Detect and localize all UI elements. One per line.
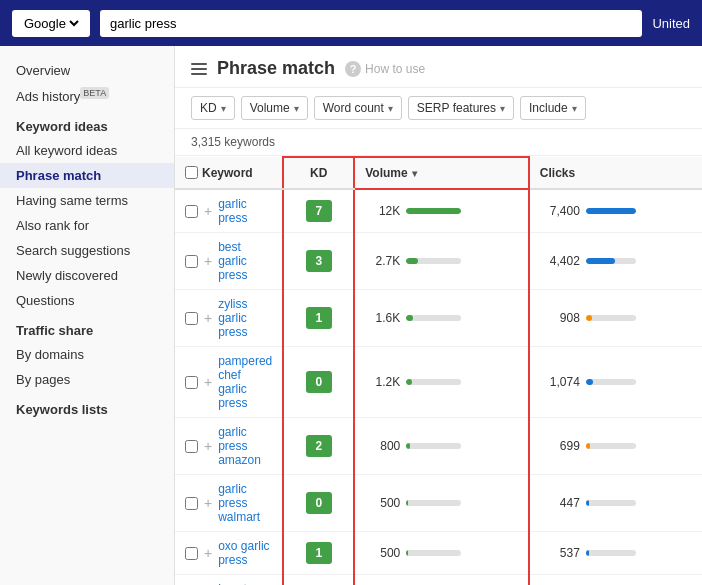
sidebar-item-having-same-terms[interactable]: Having same terms	[0, 188, 174, 213]
volume-bar-track-4	[406, 443, 461, 449]
ads-history-beta-badge: BETA	[80, 87, 109, 99]
sidebar-item-ads-history[interactable]: Ads historyBETA	[0, 83, 174, 109]
kd-cell-6: 1	[283, 532, 354, 575]
row-checkbox-0[interactable]	[185, 205, 198, 218]
row-checkbox-3[interactable]	[185, 376, 198, 389]
volume-bar-fill-4	[406, 443, 410, 449]
clicks-cell-7: 420	[529, 575, 702, 586]
table-row: + how to use a garlic press 9 450 420	[175, 575, 702, 586]
top-bar: Google United	[0, 0, 702, 46]
clicks-bar-track-1	[586, 258, 636, 264]
volume-num-1: 2.7K	[365, 254, 400, 268]
sidebar-item-all-keyword-ideas[interactable]: All keyword ideas	[0, 138, 174, 163]
add-keyword-btn-4[interactable]: +	[204, 439, 212, 453]
add-keyword-btn-3[interactable]: +	[204, 375, 212, 389]
clicks-num-1: 4,402	[540, 254, 580, 268]
volume-bar-track-1	[406, 258, 461, 264]
clicks-bar-fill-2	[586, 315, 592, 321]
keyword-link-3[interactable]: pampered chef garlic press	[218, 354, 272, 410]
hamburger-icon[interactable]	[191, 63, 207, 75]
row-checkbox-5[interactable]	[185, 497, 198, 510]
add-keyword-btn-5[interactable]: +	[204, 496, 212, 510]
table-row: + pampered chef garlic press 0 1.2K 1,07…	[175, 347, 702, 418]
th-volume[interactable]: Volume ▾	[354, 157, 529, 189]
keyword-link-4[interactable]: garlic press amazon	[218, 425, 272, 467]
volume-bar-track-6	[406, 550, 461, 556]
volume-bar-fill-0	[406, 208, 461, 214]
include-filter-button[interactable]: Include ▾	[520, 96, 586, 120]
select-all-checkbox[interactable]	[185, 166, 198, 179]
hamburger-line-1	[191, 63, 207, 65]
clicks-bar-track-4	[586, 443, 636, 449]
keyword-link-1[interactable]: best garlic press	[218, 240, 272, 282]
clicks-num-4: 699	[540, 439, 580, 453]
sidebar: Overview Ads historyBETA Keyword ideas A…	[0, 46, 175, 585]
clicks-bar-fill-1	[586, 258, 616, 264]
kd-cell-4: 2	[283, 418, 354, 475]
sidebar-item-newly-discovered[interactable]: Newly discovered	[0, 263, 174, 288]
sidebar-item-also-rank-for[interactable]: Also rank for	[0, 213, 174, 238]
volume-sort-arrow: ▾	[412, 168, 417, 179]
sidebar-item-overview[interactable]: Overview	[0, 58, 174, 83]
serp-features-filter-button[interactable]: SERP features ▾	[408, 96, 514, 120]
sidebar-item-search-suggestions[interactable]: Search suggestions	[0, 238, 174, 263]
table-row: + garlic press walmart 0 500 447	[175, 475, 702, 532]
keyword-ideas-section-title: Keyword ideas	[0, 109, 174, 138]
volume-bar-track-5	[406, 500, 461, 506]
how-to-use-link[interactable]: ? How to use	[345, 61, 425, 77]
keyword-link-0[interactable]: garlic press	[218, 197, 272, 225]
word-count-filter-label: Word count	[323, 101, 384, 115]
keyword-link-5[interactable]: garlic press walmart	[218, 482, 272, 524]
keyword-link-6[interactable]: oxo garlic press	[218, 539, 272, 567]
keyword-link-2[interactable]: zyliss garlic press	[218, 297, 272, 339]
sidebar-item-questions[interactable]: Questions	[0, 288, 174, 313]
search-engine-selector[interactable]: Google	[12, 10, 90, 37]
volume-bar-fill-2	[406, 315, 413, 321]
word-count-filter-button[interactable]: Word count ▾	[314, 96, 402, 120]
volume-cell-0: 12K	[354, 189, 529, 233]
add-keyword-btn-1[interactable]: +	[204, 254, 212, 268]
clicks-num-6: 537	[540, 546, 580, 560]
keyword-input[interactable]	[100, 10, 642, 37]
clicks-cell-3: 1,074	[529, 347, 702, 418]
keyword-cell-6: + oxo garlic press	[175, 532, 283, 575]
row-checkbox-6[interactable]	[185, 547, 198, 560]
add-keyword-btn-0[interactable]: +	[204, 204, 212, 218]
keyword-cell-3: + pampered chef garlic press	[175, 347, 283, 418]
th-keyword-label: Keyword	[202, 166, 253, 180]
volume-cell-2: 1.6K	[354, 290, 529, 347]
volume-num-6: 500	[365, 546, 400, 560]
volume-num-4: 800	[365, 439, 400, 453]
clicks-cell-1: 4,402	[529, 233, 702, 290]
row-checkbox-2[interactable]	[185, 312, 198, 325]
main-layout: Overview Ads historyBETA Keyword ideas A…	[0, 46, 702, 585]
volume-cell-7: 450	[354, 575, 529, 586]
add-keyword-btn-2[interactable]: +	[204, 311, 212, 325]
clicks-cell-2: 908	[529, 290, 702, 347]
clicks-bar-track-6	[586, 550, 636, 556]
th-volume-label: Volume	[365, 166, 407, 180]
volume-bar-fill-1	[406, 258, 418, 264]
sidebar-item-by-pages[interactable]: By pages	[0, 367, 174, 392]
volume-filter-button[interactable]: Volume ▾	[241, 96, 308, 120]
kd-badge-4: 2	[306, 435, 332, 457]
keyword-cell-0: + garlic press	[175, 189, 283, 233]
kd-filter-button[interactable]: KD ▾	[191, 96, 235, 120]
th-kd[interactable]: KD	[283, 157, 354, 189]
row-checkbox-4[interactable]	[185, 440, 198, 453]
sidebar-item-phrase-match[interactable]: Phrase match	[0, 163, 174, 188]
sidebar-item-by-domains[interactable]: By domains	[0, 342, 174, 367]
hamburger-line-2	[191, 68, 207, 70]
row-checkbox-1[interactable]	[185, 255, 198, 268]
clicks-num-5: 447	[540, 496, 580, 510]
clicks-bar-fill-3	[586, 379, 593, 385]
traffic-share-section-title: Traffic share	[0, 313, 174, 342]
volume-bar-fill-6	[406, 550, 408, 556]
include-filter-label: Include	[529, 101, 568, 115]
search-engine-dropdown[interactable]: Google	[20, 15, 82, 32]
clicks-cell-4: 699	[529, 418, 702, 475]
table-header-row: Keyword KD Volume ▾	[175, 157, 702, 189]
add-keyword-btn-6[interactable]: +	[204, 546, 212, 560]
volume-bar-fill-5	[406, 500, 408, 506]
th-clicks: Clicks	[529, 157, 702, 189]
